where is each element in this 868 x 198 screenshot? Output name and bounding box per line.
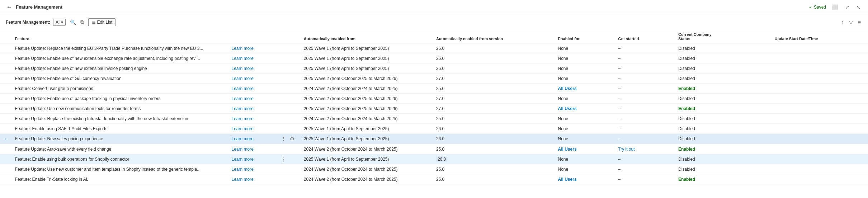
kebab-menu-icon[interactable]: ⋮ xyxy=(280,156,288,163)
table-row[interactable]: Feature Update: Enable use of new extens… xyxy=(0,53,868,63)
auto-enabled-version: 27.0 xyxy=(433,74,555,84)
update-start-date xyxy=(772,84,868,94)
learn-more-cell[interactable]: Learn more xyxy=(229,134,277,144)
dash: – xyxy=(618,66,621,71)
toolbar-label: Feature Management: xyxy=(6,20,50,25)
upload-button[interactable]: ↑ xyxy=(840,19,845,26)
current-status: Disabled xyxy=(675,164,772,174)
feature-name: Feature Update: Replace the existing EU … xyxy=(12,43,229,53)
auto-enabled-version: 26.0 xyxy=(433,63,555,74)
table-row[interactable]: Feature Update: Enable use of package tr… xyxy=(0,94,868,104)
current-status: Disabled xyxy=(675,53,772,63)
filter-button[interactable]: ▽ xyxy=(848,19,854,26)
auto-enabled-from: 2024 Wave 2 (from October 2024 to March … xyxy=(301,164,433,174)
table-row[interactable]: Feature Update: Enable use of G/L curren… xyxy=(0,74,868,84)
learn-more-link[interactable]: Learn more xyxy=(232,147,254,152)
row-arrow-cell xyxy=(0,43,12,53)
table-row[interactable]: Feature: Enable using SAF-T Audit Files … xyxy=(0,124,868,134)
chevron-down-icon: ▾ xyxy=(61,20,63,25)
toolbar-right: ↑ ▽ ≡ xyxy=(840,19,862,26)
get-started: – xyxy=(615,124,675,134)
all-users-label: All Users xyxy=(558,86,577,91)
learn-more-cell[interactable]: Learn more xyxy=(229,94,277,104)
try-it-out-link[interactable]: Try it out xyxy=(618,147,635,152)
auto-enabled-version: 25.0 xyxy=(433,174,555,184)
get-started[interactable]: Try it out xyxy=(615,144,675,154)
dash: – xyxy=(618,106,621,111)
learn-more-link[interactable]: Learn more xyxy=(232,76,254,81)
th-enabled-for: Enabled for xyxy=(555,30,615,43)
learn-more-cell[interactable]: Learn more xyxy=(229,154,277,164)
learn-more-link[interactable]: Learn more xyxy=(232,167,254,172)
edit-list-label: Edit List xyxy=(97,20,112,25)
current-status: Enabled xyxy=(675,84,772,94)
row-arrow-cell xyxy=(0,164,12,174)
learn-more-cell[interactable]: Learn more xyxy=(229,63,277,74)
auto-enabled-version: 26.0 xyxy=(433,134,555,144)
expand-button[interactable]: ⤢ xyxy=(844,4,851,11)
row-arrow-cell xyxy=(0,74,12,84)
settings-icon[interactable]: ⚙ xyxy=(288,135,296,142)
row-arrow-cell xyxy=(0,144,12,154)
table-row[interactable]: Feature: Enable Tri-State locking in ALL… xyxy=(0,174,868,184)
status-disabled: Disabled xyxy=(678,116,695,121)
current-status: Disabled xyxy=(675,124,772,134)
learn-more-cell[interactable]: Learn more xyxy=(229,53,277,63)
table-row[interactable]: Feature Update: Use new customer and ite… xyxy=(0,164,868,174)
learn-more-cell[interactable]: Learn more xyxy=(229,84,277,94)
table-row[interactable]: Feature: Convert user group permissionsL… xyxy=(0,84,868,94)
learn-more-cell[interactable]: Learn more xyxy=(229,114,277,124)
table-row[interactable]: Feature Update: Enable use of new extens… xyxy=(0,63,868,74)
feature-name: Feature Update: Use new customer and ite… xyxy=(12,164,229,174)
monitor-button[interactable]: ⬜ xyxy=(830,4,839,11)
learn-more-link[interactable]: Learn more xyxy=(232,96,254,101)
learn-more-link[interactable]: Learn more xyxy=(232,66,254,71)
app-header-right: ✓ Saved ⬜ ⤢ ⤡ xyxy=(809,4,862,11)
row-actions-cell xyxy=(277,63,301,74)
columns-button[interactable]: ≡ xyxy=(857,19,862,26)
back-button[interactable]: ← xyxy=(6,3,13,11)
learn-more-cell[interactable]: Learn more xyxy=(229,74,277,84)
learn-more-link[interactable]: Learn more xyxy=(232,86,254,91)
status-disabled: Disabled xyxy=(678,126,695,131)
row-arrow-cell xyxy=(0,53,12,63)
edit-list-button[interactable]: ▤ Edit List xyxy=(88,18,115,26)
update-start-date xyxy=(772,154,868,164)
auto-enabled-from: 2025 Wave 1 (from April to September 202… xyxy=(301,134,433,144)
learn-more-link[interactable]: Learn more xyxy=(232,56,254,61)
update-start-date xyxy=(772,114,868,124)
filter-dropdown[interactable]: All ▾ xyxy=(53,19,66,26)
learn-more-cell[interactable]: Learn more xyxy=(229,174,277,184)
copy-button[interactable]: ⧉ xyxy=(79,18,85,26)
learn-more-cell[interactable]: Learn more xyxy=(229,104,277,114)
learn-more-link[interactable]: Learn more xyxy=(232,106,254,111)
row-actions-cell xyxy=(277,104,301,114)
table-row[interactable]: Feature Update: Auto-save with every fie… xyxy=(0,144,868,154)
table-row[interactable]: Feature: Enable using bulk operations fo… xyxy=(0,154,868,164)
learn-more-cell[interactable]: Learn more xyxy=(229,144,277,154)
row-arrow-cell xyxy=(0,63,12,74)
table-row[interactable]: Feature Update: Use new communication te… xyxy=(0,104,868,114)
learn-more-cell[interactable]: Learn more xyxy=(229,43,277,53)
row-arrow-cell xyxy=(0,104,12,114)
table-row[interactable]: Feature Update: Replace the existing Int… xyxy=(0,114,868,124)
fullscreen-button[interactable]: ⤡ xyxy=(855,4,862,11)
learn-more-link[interactable]: Learn more xyxy=(232,116,254,121)
learn-more-link[interactable]: Learn more xyxy=(232,126,254,131)
table-row[interactable]: →Feature Update: New sales pricing exper… xyxy=(0,134,868,144)
table-row[interactable]: Feature Update: Replace the existing EU … xyxy=(0,43,868,53)
kebab-menu-icon[interactable]: ⋮ xyxy=(280,135,288,142)
app-header-left: ← Feature Management xyxy=(6,3,62,11)
search-button[interactable]: 🔍 xyxy=(69,19,77,26)
learn-more-cell[interactable]: Learn more xyxy=(229,164,277,174)
learn-more-cell[interactable]: Learn more xyxy=(229,124,277,134)
update-start-date xyxy=(772,94,868,104)
status-disabled: Disabled xyxy=(678,167,695,172)
update-start-date xyxy=(772,74,868,84)
learn-more-link[interactable]: Learn more xyxy=(232,46,254,51)
learn-more-link[interactable]: Learn more xyxy=(232,136,254,141)
enabled-for: None xyxy=(555,134,615,144)
learn-more-link[interactable]: Learn more xyxy=(232,157,254,162)
learn-more-link[interactable]: Learn more xyxy=(232,177,254,182)
current-status: Disabled xyxy=(675,114,772,124)
